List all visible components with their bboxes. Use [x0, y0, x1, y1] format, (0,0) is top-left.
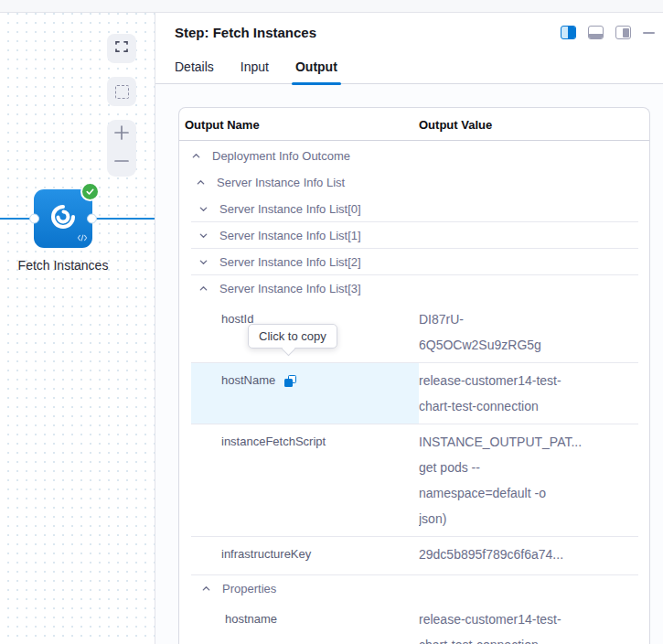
- chevron-up-icon[interactable]: [198, 284, 209, 294]
- tab-bar: Details Input Output: [155, 40, 663, 84]
- output-port: [87, 214, 97, 224]
- layout-split-right-icon[interactable]: [561, 26, 576, 39]
- fit-view-icon: [114, 39, 129, 58]
- step-node-fetch-instances[interactable]: [34, 189, 92, 248]
- step-details-panel: Step: Fetch Instances Details Input Outp…: [155, 13, 663, 644]
- output-name-label: infrastructureKey: [221, 542, 311, 567]
- copy-target-cell[interactable]: hostName: [191, 363, 419, 424]
- output-value: DI87rU- 6Q5OCw2Su9zRG5g: [419, 302, 638, 362]
- table-row-server-instance-info-list[interactable]: Server Instance Info List: [191, 169, 638, 196]
- output-name-label: Server Instance Info List[2]: [219, 255, 361, 269]
- tab-input[interactable]: Input: [241, 59, 269, 83]
- output-name-label: instanceFetchScript: [221, 429, 326, 455]
- layout-split-right-muted-icon[interactable]: [615, 26, 631, 39]
- layout-split-bottom-icon[interactable]: [588, 26, 604, 39]
- node-label: Fetch Instances: [0, 258, 126, 273]
- table-row-server-instance-info-list-0[interactable]: Server Instance Info List[0]: [191, 196, 638, 222]
- output-value: 29dc5b895f789c6f6a74...: [419, 537, 638, 574]
- main-area: Fetch Instances: [0, 13, 663, 644]
- chevron-down-icon[interactable]: [198, 257, 209, 267]
- table-row-server-instance-info-list-3[interactable]: Server Instance Info List[3]: [191, 275, 638, 302]
- copy-icon[interactable]: [284, 375, 296, 387]
- harness-swirl-icon: [48, 201, 79, 236]
- output-name-label: Server Instance Info List[0]: [219, 202, 361, 216]
- page-title: Step: Fetch Instances: [175, 25, 316, 40]
- zoom-controls: [107, 120, 136, 177]
- output-name-label: Properties: [222, 582, 276, 596]
- zoom-in-button[interactable]: [107, 122, 136, 147]
- table-row-properties[interactable]: Properties: [191, 575, 638, 602]
- minimize-icon[interactable]: [643, 32, 655, 34]
- panel-header: Step: Fetch Instances: [155, 13, 663, 40]
- zoom-out-icon: [113, 153, 130, 173]
- app-root: Fetch Instances: [0, 0, 663, 644]
- output-value: release-customer14-test- chart-test-conn…: [419, 602, 638, 644]
- copy-tooltip-text: Click to copy: [259, 329, 326, 343]
- output-value: release-customer14-test- chart-test-conn…: [419, 363, 638, 424]
- chevron-down-icon[interactable]: [198, 231, 209, 241]
- chevron-up-icon[interactable]: [191, 151, 201, 161]
- top-bar: [0, 0, 663, 13]
- output-name-label: hostname: [225, 606, 277, 632]
- output-name-label: Server Instance Info List: [217, 176, 345, 189]
- code-icon: [77, 229, 88, 245]
- panel-view-controls: [561, 26, 655, 39]
- chevron-up-icon[interactable]: [196, 177, 206, 188]
- table-row-instancefetchscript: instanceFetchScript INSTANCE_OUTPUT_PAT.…: [191, 424, 638, 537]
- table-body: Deployment Info Outcome Server Instance …: [179, 141, 649, 644]
- table-row-server-instance-info-list-1[interactable]: Server Instance Info List[1]: [191, 222, 638, 249]
- tab-details[interactable]: Details: [175, 59, 214, 83]
- table-row-infrastructurekey: infrastructureKey 29dc5b895f789c6f6a74..…: [191, 537, 638, 575]
- output-name-label: Server Instance Info List[1]: [219, 229, 361, 242]
- input-port: [29, 214, 39, 224]
- chevron-down-icon[interactable]: [198, 204, 209, 214]
- chevron-up-icon[interactable]: [201, 584, 211, 594]
- zoom-out-button[interactable]: [107, 150, 136, 176]
- column-header-output-value: Output Value: [419, 118, 492, 132]
- fit-view-button[interactable]: [107, 34, 136, 63]
- column-header-output-name: Output Name: [185, 118, 419, 132]
- marquee-select-icon: [115, 85, 129, 99]
- tab-output[interactable]: Output: [295, 59, 337, 83]
- output-value: INSTANCE_OUTPUT_PAT... get pods -- names…: [419, 424, 638, 536]
- canvas-toolbar: [107, 34, 136, 177]
- table-row-hostname: hostName release-customer14-test- chart-…: [191, 363, 638, 424]
- pipeline-canvas[interactable]: Fetch Instances: [0, 13, 155, 644]
- table-header: Output Name Output Value: [179, 108, 649, 141]
- output-name-label: hostName: [221, 368, 275, 393]
- zoom-in-icon: [113, 124, 130, 145]
- copy-tooltip: Click to copy: [248, 324, 337, 349]
- output-table-card: Output Name Output Value Deployment Info…: [178, 107, 650, 644]
- output-name-label: Deployment Info Outcome: [212, 149, 350, 163]
- marquee-select-button[interactable]: [107, 77, 136, 106]
- success-check-badge: [80, 182, 100, 201]
- output-name-label: Server Instance Info List[3]: [219, 282, 361, 295]
- table-row-properties-hostname: hostname release-customer14-test- chart-…: [191, 602, 638, 644]
- table-row-deployment-info-outcome[interactable]: Deployment Info Outcome: [191, 143, 638, 169]
- table-row-server-instance-info-list-2[interactable]: Server Instance Info List[2]: [191, 249, 638, 275]
